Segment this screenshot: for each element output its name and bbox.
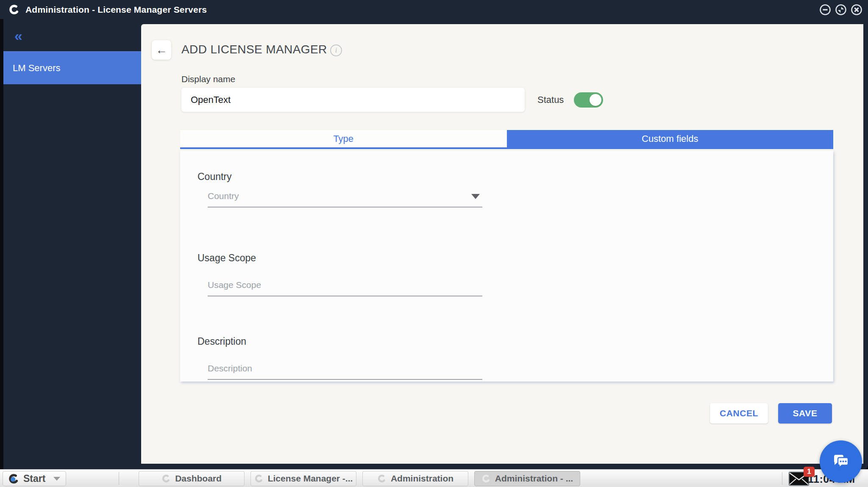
usage-scope-input[interactable]: Usage Scope: [208, 280, 482, 296]
sidebar-collapse-icon[interactable]: «: [14, 28, 22, 43]
start-logo-icon: [8, 473, 19, 484]
usage-scope-placeholder: Usage Scope: [208, 280, 261, 290]
display-name-input[interactable]: [181, 88, 525, 112]
taskbar-item-administration[interactable]: Administration: [362, 471, 468, 486]
status-toggle-knob: [590, 94, 601, 106]
description-placeholder: Description: [208, 363, 252, 373]
sidebar-item-label: LM Servers: [13, 63, 60, 74]
tab-type[interactable]: Type: [180, 130, 507, 147]
chat-widget-button[interactable]: [820, 440, 862, 483]
save-button[interactable]: SAVE: [778, 403, 832, 423]
chat-icon: [831, 451, 851, 472]
app-logo-icon: [377, 474, 387, 483]
window-title: Administration - License Manager Servers: [25, 5, 207, 15]
start-label: Start: [23, 473, 45, 484]
display-name-label: Display name: [181, 74, 235, 84]
country-label: Country: [198, 171, 232, 183]
close-icon[interactable]: [851, 4, 862, 16]
taskbar-item-license-manager[interactable]: License Manager -...: [250, 471, 356, 486]
main-content: ← ADD LICENSE MANAGER i Display name Sta…: [141, 24, 863, 464]
tab-bar: Type Custom fields: [180, 130, 833, 149]
start-caret-icon: [53, 477, 60, 481]
back-arrow-icon: ←: [156, 44, 167, 57]
window-left-edge: [0, 19, 3, 469]
page-title: ADD LICENSE MANAGER: [181, 43, 327, 56]
maximize-icon[interactable]: [835, 4, 847, 16]
taskbar-separator: [782, 472, 782, 485]
chevron-down-icon: [471, 194, 480, 199]
app-logo-icon: [254, 474, 264, 483]
taskbar: Start Dashboard License Manager -...: [0, 469, 868, 487]
back-button[interactable]: ←: [152, 40, 171, 60]
info-icon[interactable]: i: [330, 44, 342, 56]
description-input[interactable]: Description: [208, 363, 482, 380]
app-logo-icon: [8, 4, 20, 15]
titlebar: Administration - License Manager Servers: [0, 0, 868, 19]
taskbar-items: Dashboard License Manager -... Administr…: [139, 471, 580, 486]
country-select[interactable]: Country: [208, 191, 482, 208]
start-button[interactable]: Start: [3, 471, 66, 486]
minimize-icon[interactable]: [819, 4, 831, 16]
app-logo-icon: [481, 474, 491, 483]
custom-fields-panel: Country Country Usage Scope Usage Scope …: [180, 151, 833, 382]
taskbar-item-administration-active[interactable]: Administration - ...: [474, 471, 580, 486]
description-label: Description: [198, 336, 246, 347]
usage-scope-label: Usage Scope: [198, 252, 256, 264]
screen: Administration - License Manager Servers: [0, 0, 868, 487]
window-controls: [819, 4, 862, 16]
app-logo-icon: [161, 474, 171, 483]
cancel-button[interactable]: CANCEL: [710, 403, 768, 423]
taskbar-separator: [119, 472, 119, 485]
taskbar-item-dashboard[interactable]: Dashboard: [139, 471, 245, 486]
mail-badge: 1: [804, 467, 815, 477]
tab-custom-fields[interactable]: Custom fields: [507, 130, 834, 147]
sidebar-item-lm-servers[interactable]: LM Servers: [3, 51, 141, 84]
app-window: « LM Servers ← ADD LICENSE MANAGER i Dis…: [0, 19, 868, 469]
country-placeholder: Country: [208, 191, 239, 201]
status-toggle[interactable]: [574, 92, 603, 108]
status-label: Status: [537, 94, 564, 105]
